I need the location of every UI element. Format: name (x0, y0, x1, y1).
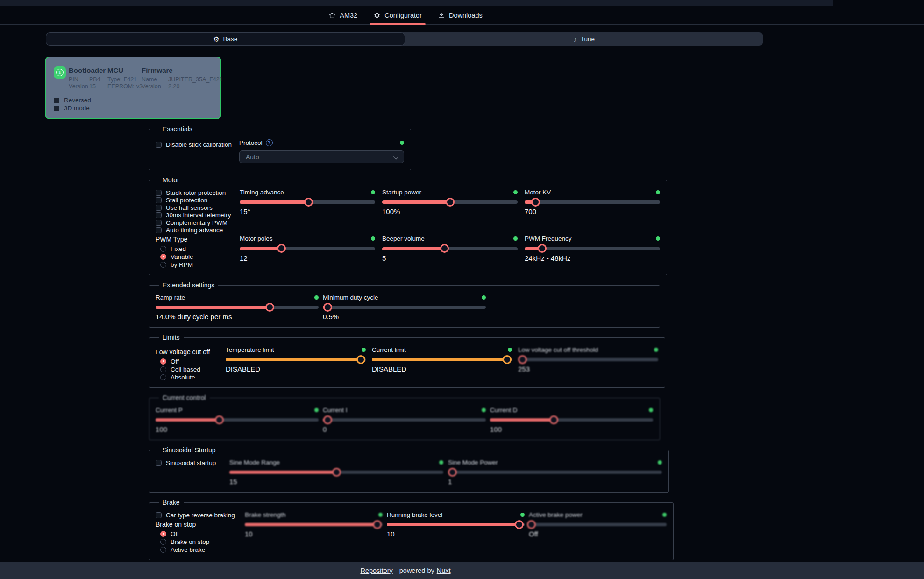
slider-handle[interactable] (527, 520, 536, 529)
slider-handle[interactable] (215, 415, 224, 424)
status-dot (654, 348, 658, 352)
nav-item-am32[interactable]: AM32 (328, 6, 357, 24)
slider-handle[interactable] (538, 244, 547, 253)
radio-by-rpm[interactable]: by RPM (160, 261, 240, 268)
radio-absolute[interactable]: Absolute (160, 373, 226, 381)
checkbox-use-hall-sensors[interactable]: Use hall sensors (156, 204, 240, 211)
slider-track[interactable] (387, 523, 525, 526)
checkbox-box (156, 227, 162, 233)
slider-track[interactable] (156, 306, 319, 309)
checkbox-car-type-reverse-braking[interactable]: Car type reverse braking (156, 511, 245, 519)
slider-track[interactable] (156, 418, 319, 422)
radio-off[interactable]: Off (160, 530, 245, 537)
radio-dot (160, 547, 166, 553)
slider-value: 24kHz - 48kHz (525, 254, 660, 262)
checkbox-box (156, 197, 162, 203)
nav-item-configurator[interactable]: Configurator (373, 6, 422, 24)
slider-track[interactable] (240, 200, 375, 204)
slider-value: 15° (240, 207, 375, 215)
slider-handle[interactable] (549, 415, 558, 424)
checkbox-sinusoidal-startup[interactable]: Sinusoidal startup (156, 459, 229, 466)
slider-handle[interactable] (440, 244, 449, 253)
repository-link[interactable]: Repository (360, 567, 392, 574)
slider-current-p: Current P100 (156, 406, 319, 433)
slider-handle[interactable] (304, 198, 313, 207)
checkbox-reversed[interactable]: Reversed (54, 96, 214, 104)
section-extended-settings: Extended settings Ramp rate14.0% duty cy… (149, 281, 660, 328)
slider-track[interactable] (448, 471, 662, 474)
slider-value: DISABLED (226, 365, 366, 373)
slider-brake-strength: Brake strength10 (245, 511, 383, 553)
status-dot (649, 408, 653, 412)
radio-dot (160, 246, 166, 252)
checkbox-complementary-pwm[interactable]: Complementary PWM (156, 219, 240, 226)
slider-label: Active brake power (529, 511, 583, 518)
slider-handle[interactable] (446, 198, 455, 207)
slider-fill (387, 523, 519, 526)
slider-track[interactable] (372, 358, 512, 361)
section-current-control-title: Current control (159, 394, 210, 401)
radio-brake-on-stop[interactable]: Brake on stop (160, 538, 245, 545)
slider-track[interactable] (490, 418, 653, 422)
slider-value: 700 (525, 207, 660, 215)
radio-dot (160, 262, 166, 268)
slider-value: 15 (229, 478, 443, 486)
section-motor-title: Motor (159, 176, 183, 184)
radio-label: Brake on stop (171, 538, 209, 545)
checkbox-30ms-interval-telemetry[interactable]: 30ms interval telemetry (156, 211, 240, 219)
checkbox-disable-stick-calibration[interactable]: Disable stick calibration (156, 141, 239, 148)
slider-handle[interactable] (503, 355, 512, 364)
slider-fill (226, 358, 361, 361)
slider-track[interactable] (382, 200, 518, 204)
slider-track[interactable] (245, 523, 383, 526)
tab-tune[interactable]: ♪ Tune (405, 32, 763, 46)
slider-fill (229, 471, 336, 474)
radio-off[interactable]: Off (160, 357, 226, 365)
checkbox-box (156, 205, 162, 211)
checkbox-label: Use hall sensors (166, 204, 213, 211)
slider-track[interactable] (525, 247, 660, 250)
slider-track[interactable] (382, 247, 518, 250)
slider-track[interactable] (323, 418, 486, 422)
help-icon[interactable]: ? (266, 139, 273, 146)
checkbox-box (156, 512, 162, 518)
tab-base[interactable]: ⚙ Base (46, 32, 405, 46)
section-sinusoidal-startup: Sinusoidal Startup Sinusoidal startup Si… (149, 446, 669, 493)
slider-handle[interactable] (277, 244, 286, 253)
slider-handle[interactable] (265, 303, 274, 312)
slider-value: 10 (245, 530, 383, 538)
slider-handle[interactable] (323, 303, 332, 312)
slider-track[interactable] (525, 200, 660, 204)
slider-track[interactable] (240, 247, 375, 250)
slider-handle[interactable] (332, 468, 341, 477)
slider-track[interactable] (229, 471, 443, 474)
nuxt-link[interactable]: Nuxt (437, 567, 451, 574)
radio-cell-based[interactable]: Cell based (160, 365, 226, 373)
slider-track[interactable] (226, 358, 366, 361)
slider-handle[interactable] (373, 520, 382, 529)
slider-handle[interactable] (531, 198, 540, 207)
checkbox-auto-timing-advance[interactable]: Auto timing advance (156, 226, 240, 234)
checkbox-label: Complementary PWM (166, 219, 227, 226)
slider-handle[interactable] (448, 468, 457, 477)
slider-beeper-volume: Beeper volume5 (382, 235, 518, 269)
protocol-select[interactable]: Auto (239, 150, 404, 163)
radio-active-brake[interactable]: Active brake (160, 546, 245, 553)
slider-handle[interactable] (356, 355, 365, 364)
slider-handle[interactable] (518, 355, 527, 364)
slider-handle[interactable] (515, 520, 524, 529)
checkbox-stuck-rotor-protection[interactable]: Stuck rotor protection (156, 189, 240, 196)
slider-track[interactable] (323, 306, 486, 309)
checkbox-3d-mode[interactable]: 3D mode (54, 104, 214, 112)
low-voltage-cut-off-label: Low voltage cut off (156, 348, 226, 356)
nav-label: Configurator (384, 12, 422, 19)
radio-variable[interactable]: Variable (160, 253, 240, 260)
nav-item-downloads[interactable]: Downloads (438, 6, 483, 24)
slider-track[interactable] (518, 358, 658, 361)
checkbox-stall-protection[interactable]: Stall protection (156, 196, 240, 204)
radio-fixed[interactable]: Fixed (160, 245, 240, 252)
checkbox-box (156, 460, 162, 466)
slider-handle[interactable] (323, 415, 332, 424)
slider-active-brake-power: Active brake powerOff (529, 511, 667, 553)
slider-track[interactable] (529, 523, 667, 526)
